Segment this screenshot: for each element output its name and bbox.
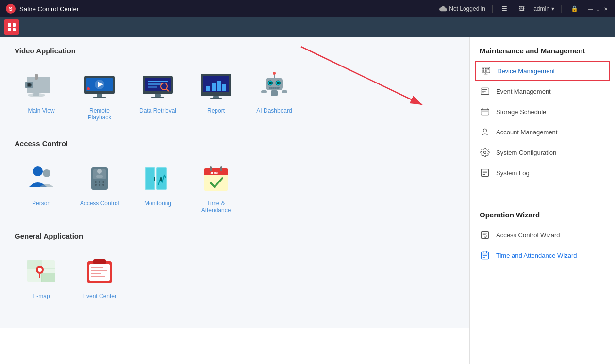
svg-rect-65: [160, 177, 162, 181]
ai-dashboard-label: AI Dashboard: [256, 107, 292, 114]
svg-rect-82: [91, 267, 103, 268]
admin-menu[interactable]: admin ▾: [533, 5, 554, 12]
svg-rect-46: [261, 90, 267, 93]
monitoring-item[interactable]: Monitoring: [131, 156, 184, 218]
svg-point-57: [95, 184, 97, 186]
access-control-section: Access Control: [15, 139, 455, 218]
person-item[interactable]: Person: [15, 156, 68, 218]
svg-point-54: [95, 181, 97, 183]
svg-rect-83: [91, 270, 107, 271]
svg-rect-32: [210, 98, 222, 99]
app-logo: S: [6, 4, 16, 14]
time-attendance-item[interactable]: JUNE Time & Attendance: [189, 156, 243, 218]
svg-rect-20: [148, 86, 157, 88]
sidebar-item-device-management[interactable]: Device Management: [475, 61, 610, 81]
report-item[interactable]: Report: [189, 64, 243, 126]
device-management-label: Device Management: [497, 67, 555, 75]
svg-rect-6: [35, 74, 38, 80]
svg-rect-85: [91, 276, 105, 277]
svg-rect-24: [151, 97, 164, 98]
svg-point-52: [97, 169, 102, 174]
access-control-wizard-icon: [480, 230, 490, 240]
system-log-icon: [480, 167, 490, 178]
svg-point-59: [102, 184, 104, 186]
access-control-title: Access Control: [15, 139, 455, 148]
minimize-button[interactable]: —: [587, 5, 594, 12]
svg-rect-27: [206, 86, 210, 91]
svg-point-102: [483, 129, 487, 132]
svg-point-58: [99, 184, 100, 186]
data-retrieval-label: Data Retrieval: [139, 107, 176, 114]
event-management-icon: [480, 86, 490, 97]
system-log-label: System Log: [496, 169, 530, 177]
sidebar-item-system-log[interactable]: System Log: [470, 163, 615, 183]
svg-rect-8: [33, 93, 39, 96]
svg-rect-70: [210, 166, 212, 171]
svg-rect-87: [482, 68, 484, 70]
app-header: [0, 17, 615, 37]
svg-point-76: [38, 268, 42, 272]
ai-dashboard-item[interactable]: AI Dashboard: [248, 64, 301, 126]
event-center-label: Event Center: [83, 293, 116, 299]
svg-point-48: [33, 166, 43, 176]
general-application-section: General Application: [15, 232, 455, 304]
content-area: Video Application: [0, 37, 469, 328]
main-view-item[interactable]: Main View: [15, 64, 68, 126]
system-configuration-icon: [480, 147, 490, 158]
sidebar: Maintenance and Management Device Manage…: [469, 37, 615, 364]
image-icon[interactable]: 🖼: [516, 4, 528, 13]
svg-rect-91: [485, 70, 486, 72]
lock-icon[interactable]: 🔒: [568, 4, 581, 13]
close-button[interactable]: ✕: [602, 5, 609, 12]
svg-point-37: [277, 82, 280, 84]
maximize-button[interactable]: □: [595, 5, 601, 12]
maintenance-section-title: Maintenance and Management: [470, 47, 615, 61]
sidebar-item-account-management[interactable]: Account Management: [470, 122, 615, 142]
event-center-item[interactable]: Event Center: [73, 249, 126, 304]
sidebar-item-system-configuration[interactable]: System Configuration: [470, 142, 615, 163]
svg-rect-28: [212, 83, 216, 91]
svg-rect-61: [146, 168, 154, 189]
account-management-icon: [480, 127, 490, 137]
general-application-title: General Application: [15, 232, 455, 240]
remote-playback-item[interactable]: Remote Playback: [73, 64, 126, 126]
sidebar-item-event-management[interactable]: Event Management: [470, 81, 615, 101]
report-icon: [199, 68, 233, 103]
time-attendance-label: Time & Attendance: [193, 200, 239, 214]
svg-rect-30: [222, 84, 226, 91]
svg-text:JUNE: JUNE: [210, 171, 220, 175]
monitoring-icon: [140, 161, 175, 196]
grid-menu-button[interactable]: [4, 19, 19, 35]
svg-rect-23: [155, 94, 161, 97]
svg-rect-19: [148, 83, 162, 85]
access-control-label: Access Control: [80, 200, 119, 207]
svg-rect-64: [154, 177, 155, 181]
e-map-item[interactable]: E-map: [15, 249, 68, 304]
storage-schedule-label: Storage Schedule: [496, 108, 546, 116]
svg-rect-98: [481, 109, 489, 115]
svg-rect-88: [485, 68, 486, 70]
main-view-label: Main View: [28, 107, 54, 114]
svg-rect-89: [487, 68, 489, 70]
svg-point-35: [269, 82, 272, 84]
list-icon[interactable]: ☰: [499, 4, 510, 13]
access-control-wizard-label: Access Control Wizard: [496, 232, 560, 239]
event-center-icon: [82, 254, 117, 289]
sidebar-item-access-control-wizard[interactable]: Access Control Wizard: [470, 225, 615, 245]
sidebar-item-storage-schedule[interactable]: Storage Schedule: [470, 101, 615, 122]
e-map-icon: [24, 254, 59, 289]
data-retrieval-item[interactable]: Data Retrieval: [131, 64, 184, 126]
report-label: Report: [207, 107, 225, 114]
svg-rect-47: [282, 90, 287, 93]
svg-rect-53: [96, 175, 103, 178]
event-management-label: Event Management: [496, 88, 551, 95]
svg-rect-84: [91, 273, 101, 274]
svg-rect-45: [271, 90, 278, 96]
access-control-icon: [82, 161, 117, 196]
svg-point-5: [28, 83, 31, 86]
sidebar-item-time-attendance-wizard[interactable]: Time and Attendance Wizard: [470, 245, 615, 265]
access-control-item[interactable]: Access Control: [73, 156, 126, 218]
svg-point-39: [273, 72, 276, 75]
svg-point-13: [87, 87, 90, 90]
device-management-icon: [481, 66, 491, 76]
